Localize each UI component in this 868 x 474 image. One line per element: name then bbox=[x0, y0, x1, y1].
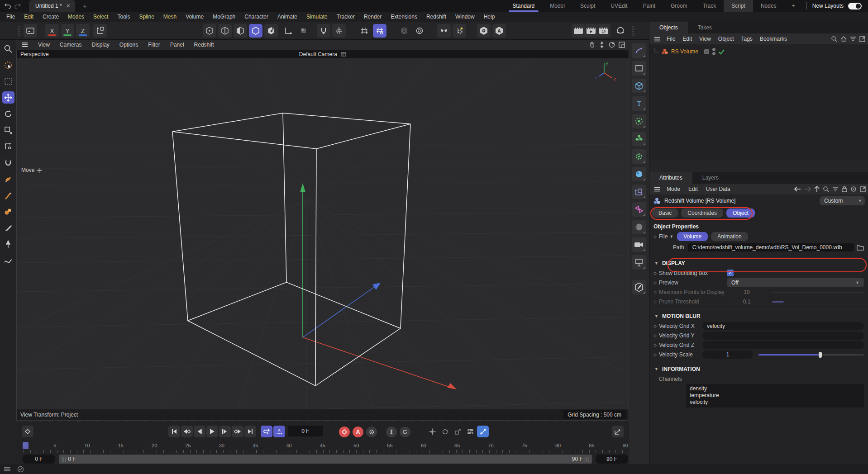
enabled-check-icon[interactable] bbox=[718, 49, 725, 55]
menu-item[interactable]: Window bbox=[451, 14, 479, 20]
floor-sky-icon[interactable] bbox=[632, 220, 646, 234]
enable-snap-button[interactable] bbox=[317, 24, 330, 38]
tab-volume[interactable]: Volume bbox=[677, 232, 708, 241]
rotate-view-icon[interactable] bbox=[608, 41, 615, 48]
menu-item[interactable]: Create bbox=[38, 14, 63, 20]
param-diamond-icon[interactable]: ◇ bbox=[653, 271, 659, 275]
attr-lock-icon[interactable] bbox=[842, 186, 847, 192]
viewport-menu-item[interactable]: Display bbox=[86, 42, 114, 48]
om-hamburger-icon[interactable] bbox=[652, 37, 662, 42]
object-name[interactable]: RS Volume bbox=[671, 48, 698, 55]
mograph-cloner-icon[interactable] bbox=[632, 132, 646, 146]
magnet-tool-icon[interactable] bbox=[2, 156, 14, 169]
om-menu-item[interactable]: Edit bbox=[679, 36, 696, 42]
param-diamond-icon[interactable]: ◇ bbox=[653, 352, 659, 357]
new-document-icon[interactable]: ＋ bbox=[81, 2, 88, 10]
toggle-views-icon[interactable] bbox=[618, 41, 625, 48]
sketch-material-icon[interactable] bbox=[632, 280, 646, 294]
menu-item[interactable]: Character bbox=[240, 14, 273, 20]
lock-y-axis-button[interactable]: Y bbox=[61, 24, 74, 38]
goto-end-button[interactable] bbox=[244, 426, 256, 437]
snap-settings-button[interactable] bbox=[332, 24, 346, 38]
velocity-scale-field[interactable]: 1 bbox=[702, 351, 753, 359]
tab-layers[interactable]: Layers bbox=[692, 172, 729, 184]
om-menu-item[interactable]: Bookmarks bbox=[756, 36, 791, 42]
viewport-solo-button[interactable] bbox=[477, 24, 491, 38]
range-start-field[interactable]: 0 F bbox=[23, 455, 55, 464]
layout-tab[interactable]: Nodes bbox=[753, 0, 784, 12]
param-diamond-icon[interactable]: ◇ bbox=[653, 343, 659, 347]
render-settings-button[interactable] bbox=[597, 24, 610, 38]
om-search-icon[interactable] bbox=[831, 36, 837, 42]
attr-filter-icon[interactable] bbox=[832, 186, 839, 192]
orientation-gizmo[interactable]: y x z bbox=[594, 61, 617, 82]
deformer-icon[interactable] bbox=[632, 185, 646, 199]
menu-item[interactable]: Tools bbox=[113, 14, 134, 20]
rectangle-spline-icon[interactable] bbox=[632, 61, 646, 76]
om-menu-item[interactable]: File bbox=[663, 36, 679, 42]
motext-icon[interactable]: T bbox=[632, 96, 646, 111]
viewport-menu-item[interactable]: Cameras bbox=[55, 42, 87, 48]
render-view-button[interactable] bbox=[572, 24, 585, 38]
viewport-menu-item[interactable]: View bbox=[33, 42, 55, 48]
camera-bar[interactable]: Default Camera bbox=[17, 51, 629, 57]
file-group-chevron-icon[interactable]: ▼ bbox=[669, 234, 673, 239]
field-force-icon[interactable] bbox=[632, 149, 646, 164]
timeline-ruler[interactable]: 051015202530354045505560657075808590 bbox=[23, 443, 628, 453]
menu-item[interactable]: File bbox=[2, 14, 19, 20]
quantize-button[interactable] bbox=[373, 24, 386, 38]
om-menu-item[interactable]: Tags bbox=[738, 36, 756, 42]
menu-item[interactable]: Help bbox=[479, 14, 500, 20]
menu-item[interactable]: Edit bbox=[19, 14, 38, 20]
render-ao-button[interactable]: A bbox=[492, 24, 506, 38]
render-picture-viewer-button[interactable] bbox=[584, 24, 598, 38]
path-input[interactable]: C:\demo\redshift_volume_demo\vdb\RS_Vol_… bbox=[688, 243, 854, 251]
current-frame-field[interactable]: 0 F bbox=[288, 426, 323, 436]
viewport-hamburger-icon[interactable] bbox=[16, 42, 33, 47]
volume-builder-icon[interactable] bbox=[632, 167, 646, 181]
workplane-button[interactable] bbox=[281, 24, 295, 38]
next-frame-button[interactable] bbox=[219, 426, 231, 437]
lock-z-axis-button[interactable]: Z bbox=[76, 24, 90, 38]
velocity-scale-slider[interactable] bbox=[758, 351, 864, 358]
model-mode-button[interactable] bbox=[249, 24, 262, 38]
attr-popout-icon[interactable] bbox=[860, 186, 866, 192]
menu-item[interactable]: Tracker bbox=[332, 14, 359, 20]
autokey-button[interactable]: A bbox=[352, 426, 364, 438]
layout-tab[interactable]: Paint bbox=[635, 0, 663, 12]
camera-icon[interactable] bbox=[632, 237, 646, 252]
tab-objects[interactable]: Objects bbox=[649, 22, 688, 33]
menu-item[interactable]: Extensions bbox=[386, 14, 422, 20]
layout-tab[interactable]: Standard bbox=[505, 0, 543, 12]
texture-mode-button[interactable] bbox=[264, 24, 278, 38]
points-mode-button[interactable] bbox=[203, 24, 216, 38]
keying-settings-button[interactable] bbox=[366, 426, 377, 438]
pen-tool-icon[interactable] bbox=[2, 189, 14, 201]
record-keyframe-button[interactable] bbox=[339, 426, 350, 438]
symmetry-settings-button[interactable] bbox=[453, 24, 466, 38]
pen-spline-icon[interactable] bbox=[632, 43, 646, 58]
record-rotation-button[interactable] bbox=[439, 426, 451, 437]
new-layouts-toggle[interactable] bbox=[848, 3, 862, 9]
layout-tab[interactable]: Model bbox=[542, 0, 572, 12]
symmetry-button[interactable] bbox=[437, 24, 451, 38]
velocity-grid-y-input[interactable] bbox=[702, 332, 864, 340]
attr-menu-mode[interactable]: Mode bbox=[663, 186, 684, 192]
preset-caret-icon[interactable]: ▼ bbox=[855, 196, 865, 205]
visibility-dots[interactable] bbox=[712, 48, 715, 55]
grid-button[interactable] bbox=[358, 24, 371, 38]
menu-item[interactable]: Volume bbox=[181, 14, 208, 20]
document-tab[interactable]: Untitled 1 * ✕ bbox=[29, 0, 75, 12]
add-layout-tab[interactable]: + bbox=[784, 0, 803, 12]
material-manager-button[interactable] bbox=[614, 24, 627, 38]
spline-smooth-tool-icon[interactable] bbox=[2, 254, 14, 266]
select-ring-tool-icon[interactable] bbox=[2, 75, 14, 87]
attr-target-icon[interactable] bbox=[850, 186, 857, 192]
goto-start-button[interactable] bbox=[168, 426, 180, 437]
dolly-view-icon[interactable] bbox=[598, 41, 606, 48]
key-position-button[interactable] bbox=[386, 426, 397, 438]
om-menu-item[interactable]: Object bbox=[715, 36, 738, 42]
menu-item[interactable]: Animate bbox=[273, 14, 302, 20]
tab-basic[interactable]: Basic bbox=[652, 209, 678, 218]
coordinate-system-button[interactable] bbox=[93, 24, 107, 38]
